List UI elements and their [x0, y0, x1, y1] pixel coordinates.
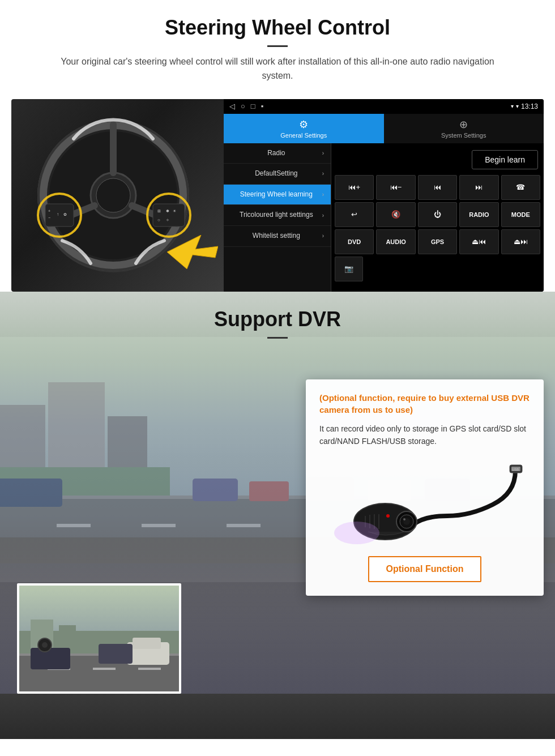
svg-point-50 [386, 514, 390, 518]
wifi-icon: ▾ [516, 103, 519, 109]
signal-icon: ▾ [511, 103, 514, 109]
menu-item-whitelist-label: Whitelist setting [230, 232, 322, 241]
dvr-camera-svg: USB [323, 459, 527, 544]
menu-item-steering-label: Steering Wheel learning [230, 190, 322, 199]
dvr-info-card: (Optional function, require to buy exter… [306, 379, 544, 596]
svg-point-67 [42, 642, 48, 648]
ctrl-vol-down[interactable]: ⏮− [376, 175, 415, 200]
svg-text:✧: ✧ [166, 218, 169, 222]
svg-text:+: + [48, 209, 50, 213]
ctrl-eject-next[interactable]: ⏏⏭ [501, 229, 540, 254]
svg-point-51 [334, 522, 379, 544]
svg-rect-65 [31, 648, 70, 669]
status-bar: ◁ ○ □ ▪ ▾ ▾ 13:13 [224, 99, 544, 114]
ctrl-next-track[interactable]: ⏭ [459, 175, 498, 200]
dvr-title: Support DVR [0, 307, 555, 331]
svg-rect-61 [138, 668, 161, 670]
menu-item-defaultsetting[interactable]: DefaultSetting › [224, 164, 331, 185]
chevron-radio-icon: › [322, 150, 324, 156]
android-panel: ◁ ○ □ ▪ ▾ ▾ 13:13 ⚙ General Settings ⊕ S… [224, 99, 544, 292]
menu-icon: ▪ [261, 102, 264, 110]
svg-rect-60 [93, 668, 116, 670]
svg-text:☀: ☀ [173, 209, 176, 213]
steering-photo: + − ↑ ✿ ⊞ ✱ ☀ ○ ✧ [11, 99, 224, 292]
menu-list: Radio › DefaultSetting › Steering Wheel … [224, 143, 331, 292]
chevron-whitelist-icon: › [322, 233, 324, 239]
ctrl-mute[interactable]: 🔇 [376, 202, 415, 227]
status-time: 13:13 [521, 102, 538, 110]
dvr-small-photo-svg [19, 586, 181, 694]
chevron-tricoloured-icon: › [322, 212, 324, 219]
steering-header: Steering Wheel Control Your original car… [0, 0, 555, 89]
steering-composite: + − ↑ ✿ ⊞ ✱ ☀ ○ ✧ ◁ ○ □ ▪ ▾ ▾ [11, 99, 544, 292]
general-settings-icon: ⚙ [299, 118, 308, 131]
menu-item-tricoloured-label: Tricoloured light settings [230, 211, 322, 220]
svg-rect-16 [153, 204, 185, 227]
tab-general-settings[interactable]: ⚙ General Settings [224, 114, 384, 143]
steering-title: Steering Wheel Control [34, 16, 521, 40]
dvr-section: Support DVR (Optional function, require … [0, 292, 555, 739]
chevron-steering-icon: › [322, 191, 324, 198]
menu-item-whitelist[interactable]: Whitelist setting › [224, 226, 331, 247]
svg-text:↑: ↑ [57, 212, 59, 217]
system-settings-icon: ⊕ [459, 118, 468, 131]
section-divider [267, 45, 288, 47]
tab-general-label: General Settings [280, 132, 327, 139]
back-icon: ◁ [229, 102, 235, 110]
dvr-small-photo [17, 583, 181, 694]
control-grid: ⏮+ ⏮− ⏮ ⏭ ☎ ↩ 🔇 ⏻ RADIO MODE [335, 175, 540, 281]
ctrl-camera[interactable]: 📷 [335, 257, 363, 281]
ctrl-radio[interactable]: RADIO [459, 202, 498, 227]
ctrl-audio[interactable]: AUDIO [376, 229, 415, 254]
svg-text:⊞: ⊞ [157, 209, 161, 213]
arrow-overlay-icon [167, 235, 218, 269]
menu-item-tricoloured[interactable]: Tricoloured light settings › [224, 205, 331, 226]
svg-text:✱: ✱ [166, 209, 169, 213]
android-content: Radio › DefaultSetting › Steering Wheel … [224, 143, 544, 292]
menu-item-radio[interactable]: Radio › [224, 143, 331, 164]
svg-point-49 [403, 518, 405, 520]
tab-system-settings[interactable]: ⊕ System Settings [384, 114, 544, 143]
dvr-description: It can record video only to storage in G… [319, 422, 530, 448]
ctrl-power[interactable]: ⏻ [418, 202, 457, 227]
ctrl-gps[interactable]: GPS [418, 229, 457, 254]
nav-icons: ◁ ○ □ ▪ [229, 102, 263, 110]
dvr-content-area: (Optional function, require to buy exter… [0, 379, 555, 596]
menu-item-defaultsetting-label: DefaultSetting [230, 169, 322, 178]
dvr-camera-illustration: USB [319, 456, 530, 547]
android-tabs: ⚙ General Settings ⊕ System Settings [224, 114, 544, 143]
steering-description: Your original car's steering wheel contr… [45, 55, 510, 83]
begin-learn-button[interactable]: Begin learn [472, 150, 538, 169]
svg-text:○: ○ [157, 217, 160, 223]
ctrl-eject-prev[interactable]: ⏏⏮ [459, 229, 498, 254]
svg-rect-63 [133, 638, 161, 649]
ctrl-phone[interactable]: ☎ [501, 175, 540, 200]
menu-item-radio-label: Radio [230, 149, 322, 158]
svg-rect-64 [99, 644, 133, 664]
control-panel: Begin learn ⏮+ ⏮− ⏮ ⏭ ☎ ↩ 🔇 ⏻ [331, 143, 544, 292]
begin-learn-row: Begin learn [335, 147, 540, 173]
svg-point-5 [96, 178, 130, 212]
chevron-default-icon: › [322, 170, 324, 177]
recents-icon: □ [251, 102, 255, 110]
ctrl-row-1: ⏮+ ⏮− ⏮ ⏭ ☎ [335, 175, 540, 200]
ctrl-prev-track[interactable]: ⏮ [418, 175, 457, 200]
menu-item-steering[interactable]: Steering Wheel learning › [224, 185, 331, 206]
dvr-header: Support DVR [0, 292, 555, 345]
ctrl-dvd[interactable]: DVD [335, 229, 374, 254]
dvr-optional-text: (Optional function, require to buy exter… [319, 392, 530, 416]
svg-text:✿: ✿ [63, 212, 67, 216]
ctrl-row-3: DVD AUDIO GPS ⏏⏮ ⏏⏭ [335, 229, 540, 254]
dvr-divider [267, 337, 288, 339]
svg-text:−: − [48, 216, 50, 220]
svg-rect-11 [45, 204, 74, 227]
ctrl-vol-up[interactable]: ⏮+ [335, 175, 374, 200]
svg-text:USB: USB [512, 468, 519, 471]
ctrl-back[interactable]: ↩ [335, 202, 374, 227]
tab-system-label: System Settings [441, 132, 486, 139]
ctrl-row-4: 📷 [335, 257, 540, 281]
ctrl-mode[interactable]: MODE [501, 202, 540, 227]
dashboard-strip [0, 694, 555, 739]
home-icon: ○ [241, 102, 245, 110]
optional-function-button[interactable]: Optional Function [368, 556, 481, 582]
